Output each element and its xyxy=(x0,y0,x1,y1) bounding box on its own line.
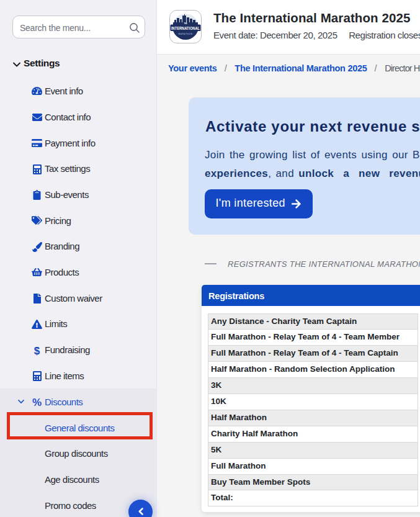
svg-text:INTERNATIONAL: INTERNATIONAL xyxy=(171,26,200,30)
svg-text:· MARATHON ·: · MARATHON · xyxy=(176,33,194,35)
svg-text:THE: THE xyxy=(184,22,187,25)
